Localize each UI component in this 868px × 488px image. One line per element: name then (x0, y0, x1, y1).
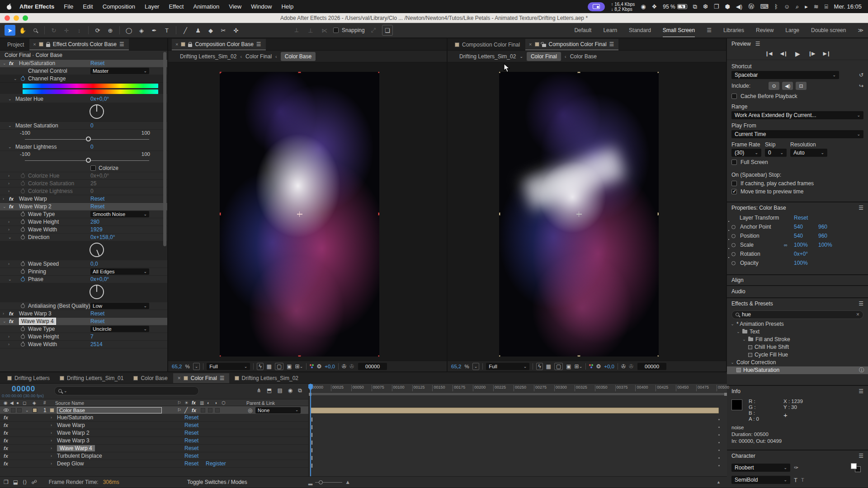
apple-menu-icon[interactable] (6, 3, 12, 10)
selection-handle[interactable] (378, 212, 379, 216)
brainstorm-icon[interactable]: ⟨⟩ (23, 479, 27, 485)
timeline-tab-drifting-letters-sim-02[interactable]: Drifting Letters_Sim_02 (230, 373, 303, 383)
panel-menu-icon[interactable]: ☰ (859, 453, 863, 459)
tree-item-chill-hue-shift[interactable]: Chill Hue Shift (727, 343, 868, 351)
stopwatch-icon[interactable] (21, 327, 25, 331)
volume-icon[interactable]: ◀) (736, 4, 742, 9)
expander-icon[interactable]: ⌄ (3, 204, 7, 209)
expander-icon[interactable]: › (51, 423, 52, 427)
property-row-anchor-point[interactable]: Anchor Point540960 (727, 222, 868, 231)
param-value[interactable]: 0 (90, 188, 94, 194)
next-frame-button[interactable]: ❙▶ (808, 51, 815, 56)
source-name-column[interactable]: Source Name (55, 400, 84, 406)
transparency-grid-icon[interactable]: ▦ (267, 363, 272, 370)
snapshot-icon[interactable]: ✇ (342, 363, 346, 370)
property-row-scale[interactable]: Scale∞100%100% (727, 240, 868, 249)
skip-dropdown[interactable]: 0⌄ (765, 149, 787, 157)
screen-mirroring-icon[interactable] (588, 2, 605, 11)
param-value[interactable]: 0 (90, 122, 94, 129)
panel-menu-icon[interactable]: ☰ (119, 41, 124, 47)
effect-name[interactable]: Wave Warp 4 (57, 445, 95, 451)
expander-icon[interactable]: › (51, 438, 52, 443)
tree-item-color-correction[interactable]: ⌄Color Correction (727, 359, 868, 366)
exposure-reset-icon[interactable]: ❂ (317, 363, 321, 370)
workspace-double-screen[interactable]: Double screen (811, 24, 846, 37)
timeline-effect-row-turbulent-displace[interactable]: fx›Turbulent DisplaceReset (0, 452, 308, 460)
param-value[interactable]: 25 (90, 180, 96, 187)
guides-options-icon[interactable]: ⊞⌄ (295, 363, 303, 370)
effect-row-wave-width[interactable]: ›Wave Width2514 (0, 341, 167, 348)
toggle-switches-modes-button[interactable]: Toggle Switches / Modes (187, 479, 247, 485)
exposure-value[interactable]: +0,0 (604, 364, 614, 369)
expander-icon[interactable]: ⌄ (731, 322, 734, 326)
expander-icon[interactable]: › (51, 415, 52, 420)
input-source-icon[interactable]: ⌨ (760, 4, 769, 9)
orbit-camera-tool-icon[interactable]: ↻ (48, 25, 59, 36)
local-axis-mode-icon[interactable]: ⟂ (291, 25, 302, 36)
effect-row-colorize[interactable]: Colorize (0, 164, 167, 172)
reset-link[interactable]: Reset (90, 203, 104, 210)
breadcrumb-color-base[interactable]: Color Base (281, 52, 316, 61)
zoom-tool-icon[interactable] (30, 25, 41, 36)
transparency-grid-icon[interactable]: ▦ (546, 363, 551, 370)
timeline-effect-row-wave-warp-3[interactable]: fx›Wave Warp 3Reset (0, 437, 308, 445)
effect-name[interactable]: Wave Warp 2 (57, 430, 90, 436)
layer-solo-toggle[interactable] (17, 408, 22, 413)
effects-presets-search-input[interactable]: hue × (731, 310, 863, 319)
effect-row-wave-type[interactable]: Wave TypeUncircle⌄ (0, 325, 167, 333)
effect-name[interactable]: Wave Warp 4 (19, 318, 56, 325)
expander-icon[interactable]: ⌄ (8, 235, 13, 239)
viewer1-pasteboard[interactable] (168, 62, 447, 361)
reset-link[interactable]: Reset (184, 422, 198, 428)
proxy-icon[interactable]: ☍ (31, 479, 37, 485)
property-value[interactable]: 540 (794, 233, 803, 239)
effect-row-master-saturation[interactable]: ⌄Master Saturation0 (0, 122, 167, 130)
selection-handle[interactable] (220, 212, 221, 216)
plugin-hexagon-icon[interactable]: ⬢ (725, 4, 730, 9)
effect-row-wave-height[interactable]: ›Wave Height7 (0, 333, 167, 341)
layer-name-edit-field[interactable]: Color Base (57, 407, 162, 413)
reset-link[interactable]: Reset (90, 60, 104, 66)
property-value[interactable]: 100% (794, 260, 808, 266)
stopwatch-icon[interactable] (21, 189, 25, 193)
effect-row-wave-warp-2[interactable]: ⌄fxWave Warp 2Reset (0, 203, 167, 211)
selection-handle[interactable] (378, 72, 379, 73)
layer-expand-chevron[interactable]: ⌄ (25, 408, 29, 413)
graph-editor-icon[interactable]: ⧉ (298, 387, 302, 394)
layer-fx-switch[interactable]: fx (192, 408, 196, 413)
expander-icon[interactable]: › (8, 174, 13, 178)
property-row-rotation[interactable]: Rotation0x+0° (727, 249, 868, 258)
effect-row-pinning[interactable]: PinningAll Edges⌄ (0, 268, 167, 276)
effect-name[interactable]: Hue/Saturation (57, 414, 93, 421)
collapse-timeline-icon[interactable]: ▲ (717, 480, 721, 484)
register-link[interactable]: Register (206, 460, 226, 467)
shape-tool-icon[interactable]: ◯ (123, 25, 134, 36)
effect-row-wave-warp-3[interactable]: ›fxWave Warp 3Reset (0, 310, 167, 318)
selection-handle[interactable] (577, 72, 580, 73)
breadcrumb-dropdown-icon[interactable]: ⌄ (519, 54, 523, 59)
reset-link[interactable]: Reset (184, 430, 198, 436)
panel-menu-icon[interactable]: ☰ (859, 205, 863, 211)
parent-dropdown[interactable]: None⌄ (255, 407, 301, 413)
stopwatch-icon[interactable] (21, 212, 25, 216)
close-tab-icon[interactable]: × (529, 42, 532, 47)
expander-icon[interactable]: ⌄ (8, 145, 13, 149)
selection-handle[interactable] (499, 72, 500, 73)
expander-icon[interactable]: ⌄ (3, 319, 7, 324)
reset-link[interactable]: Reset (90, 318, 104, 324)
expander-icon[interactable]: › (8, 342, 13, 347)
channel-select-icon[interactable] (589, 364, 593, 368)
playhead[interactable] (310, 384, 311, 476)
reset-link[interactable]: Reset (90, 196, 104, 202)
current-frame-display[interactable]: 00000 (12, 385, 35, 394)
selection-handle[interactable] (499, 355, 500, 357)
angle-dial[interactable] (90, 243, 104, 257)
property-row-opacity[interactable]: Opacity100% (727, 258, 868, 267)
menu-view[interactable]: View (229, 3, 241, 10)
zoom-value[interactable]: 65,2 (451, 364, 461, 369)
timeline-ruler[interactable]: 0000000025000500007500100001250015000175… (309, 384, 727, 393)
type-tool-icon[interactable]: T (161, 25, 172, 36)
composition-mini-flowchart-icon[interactable]: ⋔ (257, 387, 261, 394)
close-tab-icon[interactable]: × (175, 42, 178, 47)
zoom-dropdown-icon[interactable]: ⌄ (472, 363, 480, 370)
